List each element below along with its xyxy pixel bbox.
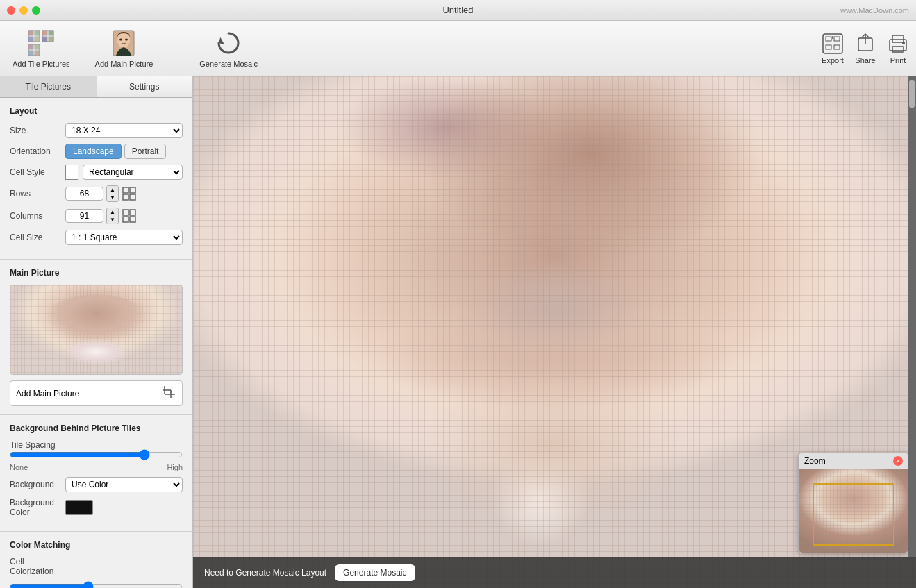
titlebar: Untitled www.MacDown.com [0,0,916,21]
scrollbar-track [908,76,916,557]
zoom-header: Zoom × [799,453,908,469]
main-picture-preview [10,285,183,375]
svg-rect-38 [123,217,128,222]
zoom-close-button[interactable]: × [893,456,903,466]
svg-rect-39 [130,217,135,222]
export-button[interactable]: Export [822,33,844,65]
cell-size-row: Cell Size 1 : 1 Square [10,230,183,245]
maximize-button[interactable] [32,6,40,15]
columns-grid-icon[interactable] [122,208,137,224]
print-label: Print [890,56,906,65]
tab-tile-pictures[interactable]: Tile Pictures [0,76,97,97]
svg-marker-19 [217,37,224,46]
toolbar: Add Tile Pictures Add Main Picture [0,21,916,76]
vertical-scrollbar[interactable] [908,76,916,557]
main-layout: Tile Pictures Settings Layout Size 18 X … [0,76,916,588]
svg-rect-22 [834,37,840,41]
tab-bar: Tile Pictures Settings [0,76,192,98]
tile-spacing-high-label: High [167,463,183,471]
share-icon [854,33,876,55]
rows-input[interactable] [65,187,103,201]
canvas-area: Need to Generate Mosaic Layout Generate … [193,76,916,588]
zoom-content [799,469,908,553]
tile-spacing-none-label: None [10,463,28,471]
generate-mosaic-label: Generate Mosaic [199,60,258,68]
svg-rect-2 [35,31,40,35]
columns-decrement[interactable]: ▼ [107,216,118,224]
tile-spacing-row: Tile Spacing None High [10,440,183,471]
bg-section-title: Background Behind Picture Tiles [10,423,183,433]
tile-spacing-slider[interactable] [10,450,183,460]
color-matching-section: Color Matching Cell Colorization None Hi… [0,532,192,588]
generate-mosaic-bottom-button[interactable]: Generate Mosaic [335,564,415,581]
preview-flower-shape [62,339,131,365]
portrait-button[interactable]: Portrait [124,144,167,159]
background-control: Use Color [65,477,183,492]
tile-spacing-labels: None High [10,463,183,471]
add-main-picture-button[interactable]: Add Main Picture [10,380,183,406]
landscape-button[interactable]: Landscape [65,144,122,159]
main-picture-section: Main Picture Add Main Picture [0,260,192,415]
svg-rect-35 [130,194,135,200]
cell-size-control: 1 : 1 Square [65,230,183,245]
svg-point-18 [125,38,128,40]
rows-control: ▲ ▼ [65,185,183,202]
cell-style-select[interactable]: Rectangular [83,165,183,180]
svg-rect-23 [826,45,831,49]
cell-size-select[interactable]: 1 : 1 Square [65,230,183,245]
rows-grid-icon[interactable] [122,186,137,201]
columns-row: Columns ▲ ▼ [10,208,183,224]
export-label: Export [822,56,844,65]
background-select[interactable]: Use Color [65,477,183,492]
svg-rect-32 [123,187,128,193]
share-button[interactable]: Share [854,33,876,65]
svg-rect-7 [49,31,53,35]
cell-style-label: Cell Style [10,167,65,177]
svg-rect-12 [35,44,40,49]
svg-rect-6 [42,31,47,35]
add-tile-pictures-icon [27,29,55,57]
sidebar: Tile Pictures Settings Layout Size 18 X … [0,76,193,588]
close-button[interactable] [7,6,15,15]
rows-row: Rows ▲ ▼ [10,185,183,202]
size-select[interactable]: 18 X 24 [65,123,183,138]
layout-section-title: Layout [10,106,183,116]
crop-icon [161,385,176,402]
columns-control: ▲ ▼ [65,208,183,224]
tab-settings[interactable]: Settings [97,76,193,97]
columns-label: Columns [10,211,65,221]
svg-rect-11 [28,44,33,49]
generate-mosaic-icon [215,29,242,57]
orientation-row: Orientation Landscape Portrait [10,144,183,159]
size-control: 18 X 24 [65,123,183,138]
background-color-row: Background Color [10,498,183,517]
print-button[interactable]: Print [887,33,909,65]
svg-point-17 [119,38,122,40]
add-main-picture-button[interactable]: Add Main Picture [90,26,159,71]
svg-rect-13 [28,51,33,56]
generate-mosaic-button[interactable]: Generate Mosaic [194,26,263,71]
add-tile-pictures-button[interactable]: Add Tile Pictures [7,26,76,71]
svg-point-16 [117,33,130,48]
cell-colorization-row: Cell Colorization [10,557,183,576]
rows-decrement[interactable]: ▼ [107,194,118,201]
preview-face-shape [44,294,147,343]
svg-rect-34 [123,194,128,200]
toolbar-right: Export Share Print [822,33,909,65]
svg-rect-21 [826,37,831,41]
cell-colorization-slider[interactable] [10,582,183,588]
svg-rect-1 [28,31,33,35]
export-icon [822,33,844,55]
svg-rect-29 [892,35,903,42]
background-label: Background [10,480,65,489]
background-color-swatch[interactable] [65,500,93,515]
zoom-highlight-box [813,483,894,546]
size-row: Size 18 X 24 [10,123,183,138]
columns-input[interactable] [65,209,103,223]
minimize-button[interactable] [19,6,28,15]
print-icon [887,33,909,55]
scrollbar-thumb[interactable] [909,80,915,108]
columns-increment[interactable]: ▲ [107,208,118,216]
rows-increment[interactable]: ▲ [107,186,118,194]
orientation-label: Orientation [10,146,65,156]
